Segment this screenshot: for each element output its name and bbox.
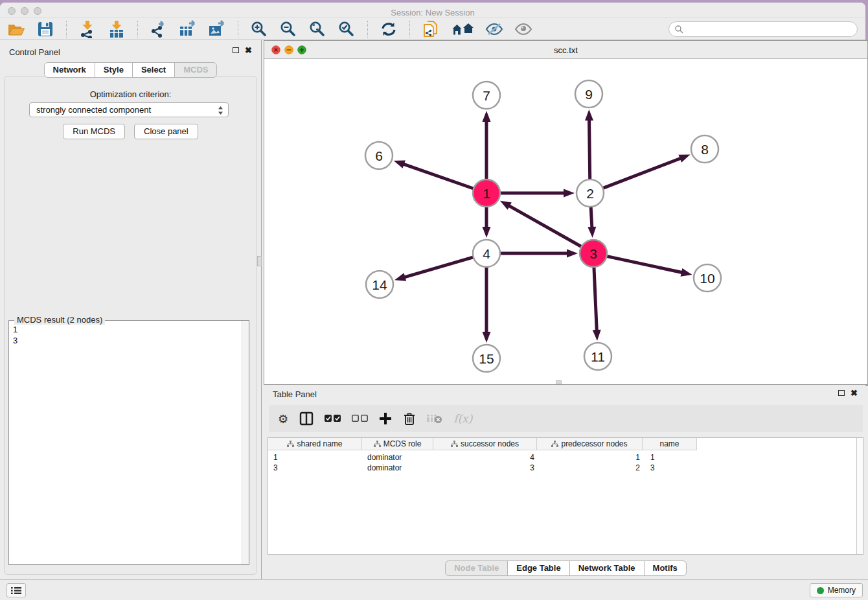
edge-3-11[interactable] [594,268,597,331]
home-layout-icon[interactable] [450,19,475,39]
table-cell: 3 [643,463,697,473]
export-image-icon[interactable] [207,19,227,39]
refresh-layout-icon[interactable] [379,19,398,39]
node-table-header: shared nameMCDS rolesuccessor nodesprede… [268,438,697,450]
memory-status-icon [817,587,824,594]
close-panel-icon[interactable]: ✖ [245,47,252,54]
edge-4-14[interactable] [404,257,472,277]
table-scrollbar[interactable] [856,438,863,554]
graph-node-label: 10 [700,271,714,286]
network-window-titlebar[interactable]: scc.txt [264,41,867,59]
table-cell: 1 [537,452,643,463]
result-scrollbar[interactable] [242,321,249,564]
main-titlebar: Session: New Session [0,3,865,18]
criterion-dropdown[interactable]: strongly connected component [29,102,229,117]
network-graph-canvas[interactable]: 7968124314101511 [264,59,867,384]
edge-2-9[interactable] [589,119,590,179]
tab-style[interactable]: Style [95,62,133,78]
zoom-out-icon[interactable] [279,19,298,39]
delete-column-icon[interactable] [403,410,416,427]
status-bar: Memory [0,579,868,600]
table-cell: 1 [268,452,362,463]
edge-2-3[interactable] [591,207,592,228]
import-network-icon[interactable] [78,19,97,39]
table-panel-title: Table Panel [273,389,317,399]
close-panel-button[interactable]: Close panel [134,124,198,139]
zoom-selected-icon[interactable] [337,19,356,39]
table-tab-network-table[interactable]: Network Table [569,560,645,576]
edge-3-1[interactable] [508,205,581,246]
table-toolbar: ⚙ f(x) [269,405,863,432]
edge-arrowhead [564,189,575,198]
search-input[interactable] [686,23,857,36]
select-all-columns-icon[interactable] [325,410,341,427]
search-field[interactable] [668,21,858,37]
mcds-result-textarea[interactable]: 1 3 [9,321,241,564]
graph-node-label: 11 [591,349,605,364]
add-column-icon[interactable] [379,410,392,427]
edge-arrowhead [483,332,491,343]
table-panel-tabs: Node TableEdge TableNetwork TableMotifs [264,560,868,576]
tab-select[interactable]: Select [132,62,175,78]
table-settings-icon[interactable]: ⚙ [278,410,288,427]
edge-arrowhead [588,227,596,238]
column-header-shared-name[interactable]: shared name [268,438,362,450]
open-session-icon[interactable] [6,19,26,39]
table-tab-edge-table[interactable]: Edge Table [507,560,569,576]
optimization-criterion-label: Optimization criterion: [5,89,257,99]
table-row[interactable]: 3dominator323 [268,463,697,473]
hide-selected-icon[interactable] [485,19,504,39]
toolbar-separator [66,21,67,38]
network-resize-grip[interactable] [556,380,562,384]
export-table-icon[interactable] [178,19,198,39]
tab-network[interactable]: Network [44,62,95,78]
toolbar-separator [409,21,410,38]
table-cell: 3 [433,463,537,473]
column-header-name[interactable]: name [643,438,697,450]
column-header-successor-nodes[interactable]: successor nodes [433,438,537,450]
table-cell: 1 [643,452,697,463]
zoom-fit-icon[interactable] [308,19,327,39]
float-panel-icon[interactable] [233,47,239,53]
export-network-icon[interactable] [149,19,168,39]
toolbar-separator [238,21,238,38]
split-table-icon[interactable] [299,410,314,427]
table-tab-node-table[interactable]: Node Table [445,560,508,576]
network-view-window: scc.txt 7968124314101511 [264,40,868,385]
zoom-in-icon[interactable] [249,19,269,39]
tab-mcds[interactable]: MCDS [174,62,217,78]
task-history-button[interactable] [6,583,26,597]
delete-table-icon[interactable] [427,410,442,427]
network-window-title: scc.txt [264,45,867,55]
mcds-result-group: MCDS result (2 nodes) 1 3 [8,320,249,565]
column-header-predecessor-nodes[interactable]: predecessor nodes [537,438,643,450]
edge-arrowhead [394,160,405,168]
import-table-icon[interactable] [107,19,126,39]
control-panel: Control Panel ✖ NetworkStyleSelectMCDS O… [0,40,262,579]
graph-node-label: 8 [701,142,709,157]
float-table-panel-icon[interactable] [838,390,845,396]
clone-network-icon[interactable] [421,19,440,39]
apply-function-icon[interactable]: f(x) [453,410,472,427]
toolbar-separator [137,21,138,38]
column-header-MCDS-role[interactable]: MCDS role [362,438,433,450]
table-cell: 2 [537,463,643,473]
edge-3-10[interactable] [608,257,683,273]
deselect-all-columns-icon[interactable] [352,410,368,427]
show-all-icon[interactable] [514,19,533,39]
edge-2-8[interactable] [604,158,681,188]
run-mcds-button[interactable]: Run MCDS [63,124,125,139]
graph-node-label: 14 [372,277,387,292]
table-row[interactable]: 1dominator411 [268,452,697,463]
table-cell: 4 [433,452,537,463]
graph-node-label: 15 [479,351,494,366]
graph-node-label: 9 [585,87,593,102]
panel-divider-grip[interactable] [257,256,262,266]
edge-arrowhead [567,249,578,258]
search-icon [674,25,683,34]
save-session-icon[interactable] [36,19,55,39]
memory-button[interactable]: Memory [810,583,863,597]
edge-1-6[interactable] [403,164,473,189]
table-tab-motifs[interactable]: Motifs [644,560,687,576]
close-table-panel-icon[interactable]: ✖ [851,389,858,397]
